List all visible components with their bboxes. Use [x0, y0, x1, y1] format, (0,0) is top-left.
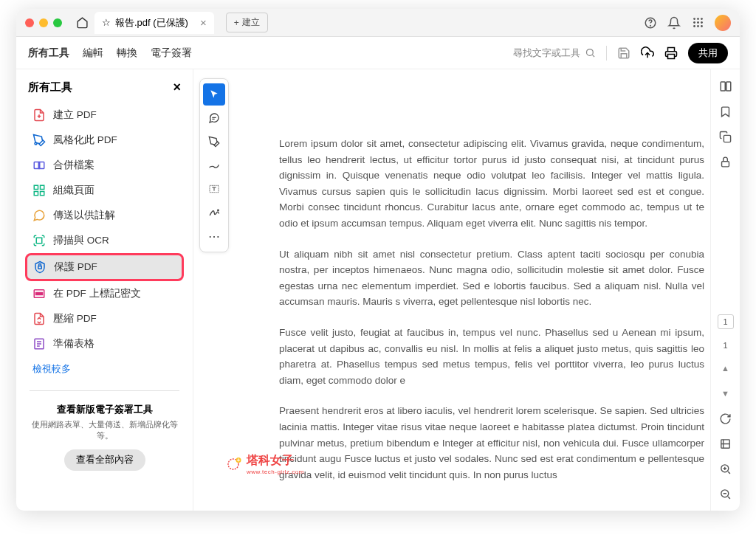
sidebar-item-combine[interactable]: 合併檔案: [25, 153, 184, 178]
combine-icon: [32, 159, 46, 172]
sidebar-item-redact[interactable]: 在 PDF 上標記密文: [25, 281, 184, 306]
doc-para: Fusce velit justo, feugiat at faucibus i…: [279, 325, 704, 388]
profile-avatar[interactable]: [715, 15, 731, 31]
sidebar-item-label: 壓縮 PDF: [53, 312, 97, 325]
toolbar-tab-alltools[interactable]: 所有工具: [28, 46, 69, 60]
maximize-window[interactable]: [53, 18, 62, 27]
minimize-window[interactable]: [39, 18, 48, 27]
zoom-out-icon[interactable]: [719, 487, 732, 500]
highlight-tool[interactable]: [203, 131, 225, 153]
send-comment-icon: [32, 209, 46, 222]
sidebar-item-label: 組織頁面: [53, 184, 94, 197]
rotate-icon[interactable]: [719, 412, 732, 425]
svg-rect-17: [41, 185, 44, 189]
doc-tab[interactable]: ☆ 報告.pdf (已保護) ×: [94, 12, 214, 34]
new-tab-label: 建立: [242, 16, 260, 29]
svg-point-5: [693, 21, 695, 24]
sidebar-item-label: 風格化此 PDF: [53, 134, 117, 147]
sidebar-item-label: 掃描與 OCR: [53, 234, 109, 247]
svg-rect-12: [668, 54, 675, 58]
watermark-text: 塔科女子: [247, 454, 294, 466]
promo-button[interactable]: 查看全部內容: [64, 449, 145, 471]
sidebar-more[interactable]: 檢視較多: [25, 356, 184, 382]
toolbar: 所有工具 編輯 轉換 電子簽署 尋找文字或工具 共用: [16, 37, 740, 69]
search-box[interactable]: 尋找文字或工具: [513, 46, 596, 60]
svg-point-9: [697, 25, 699, 27]
fit-icon[interactable]: [719, 437, 732, 450]
select-tool[interactable]: [203, 83, 225, 106]
svg-point-7: [701, 21, 703, 24]
svg-rect-19: [41, 192, 44, 196]
sidebar-item-compress[interactable]: 壓縮 PDF: [25, 306, 184, 331]
svg-point-1: [650, 25, 651, 26]
watermark-icon: [223, 454, 244, 474]
sidebar-item-style-pdf[interactable]: 風格化此 PDF: [25, 128, 184, 153]
organize-icon: [32, 184, 46, 197]
doc-para: Praesent hendrerit eros at libero iaculi…: [279, 403, 704, 483]
protect-pdf-icon: [33, 260, 47, 274]
comment-tool[interactable]: [203, 107, 225, 129]
cloud-upload-icon[interactable]: [641, 46, 654, 60]
lock-icon[interactable]: [719, 155, 732, 168]
bookmark-icon[interactable]: [719, 105, 732, 118]
sidebar: 所有工具 × 建立 PDF風格化此 PDF合併檔案組織頁面傳送以供註解掃描與 O…: [16, 69, 193, 511]
toolbar-tab-edit[interactable]: 編輯: [83, 46, 103, 60]
new-tab-button[interactable]: + 建立: [226, 13, 268, 32]
sidebar-item-send-comment[interactable]: 傳送以供註解: [25, 203, 184, 228]
svg-rect-27: [721, 82, 725, 91]
window-controls: [25, 18, 62, 27]
watermark: 塔科女子 www.tech-girlz.com: [223, 453, 304, 475]
close-tab[interactable]: ×: [200, 16, 207, 29]
sidebar-item-prepare-form[interactable]: 準備表格: [25, 331, 184, 356]
sidebar-item-organize[interactable]: 組織頁面: [25, 178, 184, 203]
save-icon[interactable]: [617, 46, 630, 60]
svg-point-3: [697, 18, 699, 20]
page-down-icon[interactable]: ▼: [719, 387, 732, 400]
compress-icon: [32, 312, 46, 325]
text-tool[interactable]: [203, 178, 225, 200]
sidebar-item-label: 保護 PDF: [54, 260, 97, 274]
sidebar-item-label: 在 PDF 上標記密文: [53, 287, 141, 300]
search-icon: [585, 47, 596, 58]
panels-icon[interactable]: [719, 80, 732, 93]
vertical-toolstrip: ⋯: [199, 78, 229, 252]
svg-rect-18: [34, 192, 38, 196]
sidebar-item-label: 建立 PDF: [53, 108, 97, 122]
sidebar-item-protect-pdf[interactable]: 保護 PDF: [25, 253, 184, 281]
print-icon[interactable]: [664, 46, 678, 60]
apps-icon[interactable]: [691, 16, 704, 30]
bell-icon[interactable]: [667, 16, 681, 30]
titlebar: ☆ 報告.pdf (已保護) × + 建立: [16, 9, 740, 37]
svg-rect-16: [34, 185, 38, 189]
help-icon[interactable]: [644, 16, 657, 30]
tab-title: 報告.pdf (已保護): [115, 16, 188, 30]
svg-point-4: [701, 18, 703, 20]
toolbar-tab-sign[interactable]: 電子簽署: [151, 46, 192, 60]
more-tool[interactable]: ⋯: [203, 225, 225, 247]
svg-rect-28: [726, 82, 730, 91]
sign-tool[interactable]: [203, 201, 225, 224]
copy-icon[interactable]: [719, 130, 732, 143]
page-up-icon[interactable]: ▲: [719, 362, 732, 375]
svg-point-8: [693, 25, 695, 27]
home-button[interactable]: [75, 16, 89, 30]
draw-tool[interactable]: [203, 154, 225, 176]
page-current[interactable]: 1: [718, 314, 734, 329]
sidebar-item-label: 傳送以供註解: [53, 209, 115, 222]
rightbar: 1 1 ▲ ▼: [710, 69, 740, 511]
style-pdf-icon: [32, 134, 46, 147]
sidebar-item-scan-ocr[interactable]: 掃描與 OCR: [25, 228, 184, 253]
toolbar-tab-convert[interactable]: 轉換: [117, 46, 137, 60]
promo-title: 查看新版電子簽署工具: [31, 403, 178, 416]
svg-point-6: [697, 21, 699, 24]
zoom-in-icon[interactable]: [719, 462, 732, 475]
sidebar-item-create-pdf[interactable]: 建立 PDF: [25, 103, 184, 128]
sidebar-close[interactable]: ×: [173, 80, 181, 95]
svg-rect-20: [36, 238, 42, 244]
close-window[interactable]: [25, 18, 34, 27]
svg-point-2: [693, 18, 695, 20]
share-button[interactable]: 共用: [688, 43, 728, 63]
star-icon: ☆: [102, 17, 111, 28]
svg-point-26: [217, 210, 218, 210]
redact-icon: [32, 287, 46, 300]
